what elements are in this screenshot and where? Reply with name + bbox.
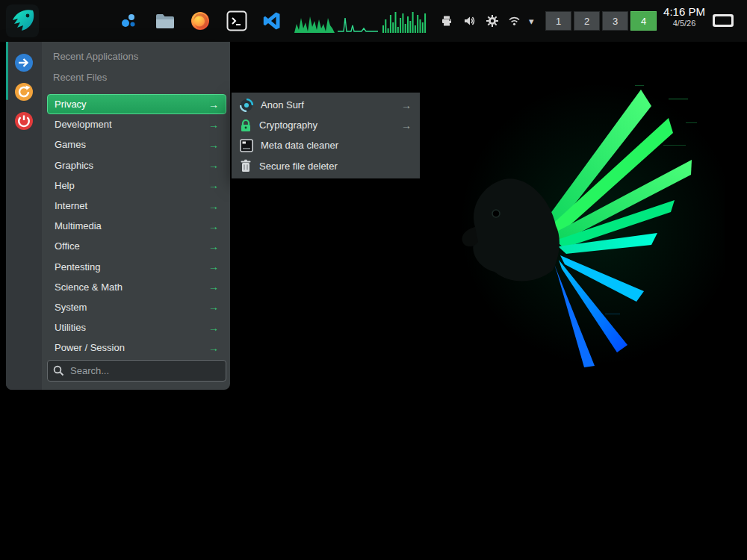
show-desktop-icon <box>711 13 735 29</box>
menu-item-label: Internet <box>55 200 87 211</box>
submenu-item-label: Anon Surf <box>261 99 304 111</box>
submenu-arrow-icon <box>208 322 219 334</box>
submenu-item-meta-data-cleaner[interactable]: Meta data cleaner <box>232 135 420 155</box>
menu-item-label: Science & Math <box>55 281 123 293</box>
cpu-monitor-widget[interactable] <box>294 9 335 33</box>
workspace-button-4[interactable]: 4 <box>630 11 657 31</box>
terminal-icon <box>226 10 247 31</box>
search-icon <box>53 365 64 376</box>
restart-button[interactable] <box>14 82 34 102</box>
show-desktop-button[interactable] <box>711 13 735 29</box>
submenu-arrow-icon <box>208 281 219 293</box>
workspace-button-3[interactable]: 3 <box>602 11 628 31</box>
menu-item-help[interactable]: Help <box>47 175 226 196</box>
vscode-icon <box>262 11 282 31</box>
submenu-arrow-icon <box>208 159 219 171</box>
menu-item-label: Development <box>55 119 112 130</box>
menu-item-label: Games <box>55 139 86 150</box>
submenu-arrow-icon <box>208 139 219 151</box>
menu-item-office[interactable]: Office <box>47 236 226 256</box>
menu-item-utilities[interactable]: Utilities <box>47 317 226 337</box>
menu-item-multimedia[interactable]: Multimedia <box>47 216 226 236</box>
menu-item-label: System <box>55 302 87 313</box>
submenu-arrow-icon <box>208 220 219 232</box>
volume-button[interactable] <box>464 15 476 27</box>
network-button[interactable] <box>508 15 521 27</box>
vscode-button[interactable] <box>262 11 282 31</box>
trash-icon <box>240 159 252 172</box>
menu-item-privacy[interactable]: Privacy <box>47 94 226 114</box>
anonsurf-icon <box>240 99 253 112</box>
search-box <box>47 360 226 382</box>
menu-item-system[interactable]: System <box>47 297 226 317</box>
menu-item-label: Office <box>55 240 80 252</box>
parrot-wallpaper-art <box>448 67 725 388</box>
workspace-switcher: 1 2 3 4 <box>545 11 657 31</box>
shutdown-button[interactable] <box>14 111 34 131</box>
submenu-arrow-icon <box>208 99 219 111</box>
recent-applications-label: Recent Applications <box>47 46 226 67</box>
submenu-arrow-icon <box>208 240 219 252</box>
firefox-icon <box>190 11 210 31</box>
menu-item-label: Help <box>55 180 75 191</box>
network-icon <box>508 15 521 27</box>
logout-button[interactable] <box>14 53 34 72</box>
submenu-arrow-icon <box>208 119 219 131</box>
applications-menu: Recent Applications Recent Files Privacy… <box>6 42 230 390</box>
network-monitor-widget[interactable] <box>338 9 378 33</box>
menu-item-label: Graphics <box>55 160 93 171</box>
chevron-down-icon: ▾ <box>529 16 534 26</box>
category-list: Privacy Development Games Graphics Help … <box>47 94 226 358</box>
submenu-item-secure-file-deleter[interactable]: Secure file deleter <box>232 156 420 176</box>
cpu-graph-icon <box>294 9 335 33</box>
submenu-arrow-icon <box>208 179 219 191</box>
top-panel: ▾ 1 2 3 4 4:16 PM 4/5/26 <box>0 0 747 42</box>
settings-button[interactable] <box>486 15 498 27</box>
firefox-button[interactable] <box>190 11 210 31</box>
lock-icon <box>240 119 252 132</box>
submenu-arrow-icon <box>401 119 412 131</box>
volume-icon <box>464 15 476 27</box>
disk-monitor-widget[interactable] <box>382 9 427 33</box>
menu-item-power-session[interactable]: Power / Session <box>47 337 226 358</box>
tray-expand-button[interactable]: ▾ <box>529 16 534 26</box>
logout-icon <box>14 53 34 72</box>
menu-item-label: Multimedia <box>55 220 102 231</box>
menu-item-development[interactable]: Development <box>47 114 226 134</box>
menu-item-label: Pentesting <box>55 261 100 273</box>
clock-widget[interactable]: 4:16 PM 4/5/26 <box>657 5 711 28</box>
menu-item-label: Utilities <box>55 322 86 333</box>
menu-item-science-math[interactable]: Science & Math <box>47 277 226 297</box>
print-queue-button[interactable] <box>441 15 453 27</box>
search-input[interactable] <box>47 360 226 382</box>
menu-item-internet[interactable]: Internet <box>47 196 226 216</box>
submenu-arrow-icon <box>208 301 219 313</box>
submenu-arrow-icon <box>208 261 219 273</box>
submenu-item-label: Meta data cleaner <box>261 140 338 151</box>
launcher-button[interactable] <box>120 12 137 30</box>
parrot-logo-icon <box>8 7 37 35</box>
menu-item-graphics[interactable]: Graphics <box>47 155 226 175</box>
printer-icon <box>441 15 453 27</box>
menu-item-pentesting[interactable]: Pentesting <box>47 257 226 277</box>
restart-icon <box>14 82 34 102</box>
submenu-arrow-icon <box>208 200 219 212</box>
submenu-item-label: Cryptography <box>259 119 317 131</box>
workspace-button-1[interactable]: 1 <box>545 11 571 31</box>
submenu-item-anon-surf[interactable]: Anon Surf <box>232 95 420 115</box>
submenu-item-cryptography[interactable]: Cryptography <box>232 115 420 135</box>
menu-item-label: Privacy <box>55 99 87 110</box>
workspace-button-2[interactable]: 2 <box>574 11 600 31</box>
submenu-arrow-icon <box>208 342 219 354</box>
menu-main: Recent Applications Recent Files Privacy… <box>42 42 230 390</box>
clock-date: 4/5/26 <box>657 19 711 28</box>
applications-menu-button[interactable] <box>6 4 39 37</box>
file-manager-icon <box>155 13 175 29</box>
submenu-item-label: Secure file deleter <box>259 161 338 172</box>
terminal-window-icon <box>240 139 253 152</box>
menu-item-games[interactable]: Games <box>47 134 226 155</box>
terminal-button[interactable] <box>226 10 247 31</box>
clock-time: 4:16 PM <box>657 5 711 18</box>
recent-files-label: Recent Files <box>47 67 226 88</box>
file-manager-button[interactable] <box>155 13 175 29</box>
